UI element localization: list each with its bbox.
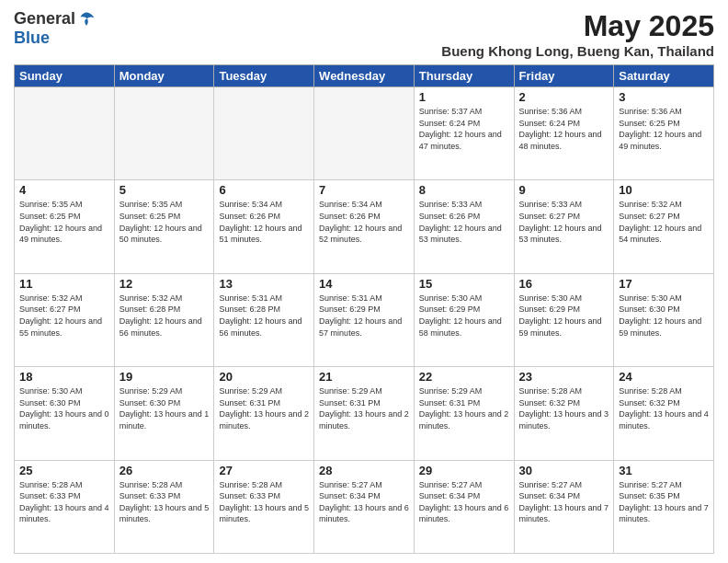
- calendar-cell: 30Sunrise: 5:27 AMSunset: 6:34 PMDayligh…: [514, 460, 614, 553]
- calendar-cell: [15, 87, 115, 180]
- day-number: 24: [619, 370, 709, 384]
- week-row-0: 1Sunrise: 5:37 AMSunset: 6:24 PMDaylight…: [15, 87, 714, 180]
- day-number: 20: [219, 370, 309, 384]
- calendar-cell: 5Sunrise: 5:35 AMSunset: 6:25 PMDaylight…: [114, 180, 214, 273]
- calendar-cell: 28Sunrise: 5:27 AMSunset: 6:34 PMDayligh…: [314, 460, 415, 553]
- calendar-title: May 2025: [441, 9, 714, 43]
- day-number: 25: [19, 464, 109, 477]
- day-number: 27: [219, 464, 309, 477]
- title-block: May 2025 Bueng Khong Long, Bueng Kan, Th…: [441, 9, 714, 59]
- calendar-cell: 1Sunrise: 5:37 AMSunset: 6:24 PMDaylight…: [414, 87, 514, 180]
- day-info: Sunrise: 5:36 AMSunset: 6:25 PMDaylight:…: [619, 106, 709, 152]
- day-number: 22: [419, 370, 509, 384]
- day-number: 30: [519, 464, 609, 477]
- day-number: 6: [219, 183, 309, 197]
- calendar-cell: 16Sunrise: 5:30 AMSunset: 6:29 PMDayligh…: [514, 273, 614, 366]
- calendar-cell: 18Sunrise: 5:30 AMSunset: 6:30 PMDayligh…: [15, 367, 115, 460]
- calendar-cell: 23Sunrise: 5:28 AMSunset: 6:32 PMDayligh…: [514, 367, 614, 460]
- calendar-cell: 6Sunrise: 5:34 AMSunset: 6:26 PMDaylight…: [214, 180, 314, 273]
- day-info: Sunrise: 5:32 AMSunset: 6:27 PMDaylight:…: [19, 293, 109, 339]
- calendar-cell: 31Sunrise: 5:27 AMSunset: 6:35 PMDayligh…: [614, 460, 714, 553]
- calendar-subtitle: Bueng Khong Long, Bueng Kan, Thailand: [441, 43, 714, 59]
- day-info: Sunrise: 5:30 AMSunset: 6:30 PMDaylight:…: [19, 385, 109, 431]
- day-number: 5: [119, 183, 210, 197]
- calendar-cell: 21Sunrise: 5:29 AMSunset: 6:31 PMDayligh…: [314, 367, 415, 460]
- day-number: 26: [119, 464, 210, 477]
- calendar-cell: 13Sunrise: 5:31 AMSunset: 6:28 PMDayligh…: [214, 273, 314, 366]
- day-info: Sunrise: 5:30 AMSunset: 6:29 PMDaylight:…: [419, 293, 509, 339]
- week-row-1: 4Sunrise: 5:35 AMSunset: 6:25 PMDaylight…: [15, 180, 714, 273]
- day-number: 15: [419, 277, 509, 291]
- day-info: Sunrise: 5:37 AMSunset: 6:24 PMDaylight:…: [419, 106, 509, 152]
- day-info: Sunrise: 5:28 AMSunset: 6:32 PMDaylight:…: [519, 385, 609, 431]
- week-row-4: 25Sunrise: 5:28 AMSunset: 6:33 PMDayligh…: [15, 460, 714, 553]
- day-info: Sunrise: 5:27 AMSunset: 6:34 PMDaylight:…: [319, 479, 409, 525]
- calendar-cell: 25Sunrise: 5:28 AMSunset: 6:33 PMDayligh…: [15, 460, 115, 553]
- day-info: Sunrise: 5:35 AMSunset: 6:25 PMDaylight:…: [19, 199, 109, 245]
- calendar-cell: 29Sunrise: 5:27 AMSunset: 6:34 PMDayligh…: [414, 460, 514, 553]
- day-info: Sunrise: 5:36 AMSunset: 6:24 PMDaylight:…: [519, 106, 609, 152]
- calendar-cell: 17Sunrise: 5:30 AMSunset: 6:30 PMDayligh…: [614, 273, 714, 366]
- day-number: 1: [419, 90, 509, 104]
- calendar-cell: 14Sunrise: 5:31 AMSunset: 6:29 PMDayligh…: [314, 273, 415, 366]
- day-info: Sunrise: 5:30 AMSunset: 6:30 PMDaylight:…: [619, 293, 709, 339]
- calendar-cell: 11Sunrise: 5:32 AMSunset: 6:27 PMDayligh…: [15, 273, 115, 366]
- day-info: Sunrise: 5:28 AMSunset: 6:33 PMDaylight:…: [119, 479, 210, 525]
- day-info: Sunrise: 5:29 AMSunset: 6:31 PMDaylight:…: [419, 385, 509, 431]
- day-number: 18: [19, 370, 109, 384]
- th-monday: Monday: [114, 65, 214, 87]
- th-saturday: Saturday: [614, 65, 714, 87]
- week-row-2: 11Sunrise: 5:32 AMSunset: 6:27 PMDayligh…: [15, 273, 714, 366]
- day-number: 21: [319, 370, 409, 384]
- day-info: Sunrise: 5:35 AMSunset: 6:25 PMDaylight:…: [119, 199, 210, 245]
- day-info: Sunrise: 5:32 AMSunset: 6:27 PMDaylight:…: [619, 199, 709, 245]
- th-thursday: Thursday: [414, 65, 514, 87]
- day-info: Sunrise: 5:32 AMSunset: 6:28 PMDaylight:…: [119, 293, 210, 339]
- day-number: 16: [519, 277, 609, 291]
- day-number: 10: [619, 183, 709, 197]
- day-info: Sunrise: 5:28 AMSunset: 6:33 PMDaylight:…: [219, 479, 309, 525]
- day-info: Sunrise: 5:34 AMSunset: 6:26 PMDaylight:…: [319, 199, 409, 245]
- th-friday: Friday: [514, 65, 614, 87]
- calendar-cell: 8Sunrise: 5:33 AMSunset: 6:26 PMDaylight…: [414, 180, 514, 273]
- day-number: 12: [119, 277, 210, 291]
- day-number: 4: [19, 183, 109, 197]
- day-info: Sunrise: 5:27 AMSunset: 6:35 PMDaylight:…: [619, 479, 709, 525]
- calendar-cell: [214, 87, 314, 180]
- day-number: 29: [419, 464, 509, 477]
- day-number: 23: [519, 370, 609, 384]
- day-info: Sunrise: 5:29 AMSunset: 6:30 PMDaylight:…: [119, 385, 210, 431]
- day-info: Sunrise: 5:29 AMSunset: 6:31 PMDaylight:…: [319, 385, 409, 431]
- day-number: 8: [419, 183, 509, 197]
- calendar-cell: 22Sunrise: 5:29 AMSunset: 6:31 PMDayligh…: [414, 367, 514, 460]
- calendar-table: Sunday Monday Tuesday Wednesday Thursday…: [14, 64, 714, 554]
- day-number: 14: [319, 277, 409, 291]
- day-info: Sunrise: 5:31 AMSunset: 6:29 PMDaylight:…: [319, 293, 409, 339]
- week-row-3: 18Sunrise: 5:30 AMSunset: 6:30 PMDayligh…: [15, 367, 714, 460]
- day-number: 17: [619, 277, 709, 291]
- logo-blue-text: Blue: [14, 29, 50, 48]
- calendar-cell: [314, 87, 415, 180]
- calendar-cell: 19Sunrise: 5:29 AMSunset: 6:30 PMDayligh…: [114, 367, 214, 460]
- day-number: 13: [219, 277, 309, 291]
- day-info: Sunrise: 5:28 AMSunset: 6:33 PMDaylight:…: [19, 479, 109, 525]
- day-info: Sunrise: 5:33 AMSunset: 6:26 PMDaylight:…: [419, 199, 509, 245]
- day-info: Sunrise: 5:28 AMSunset: 6:32 PMDaylight:…: [619, 385, 709, 431]
- day-number: 2: [519, 90, 609, 104]
- logo-general-text: General: [14, 9, 75, 29]
- day-info: Sunrise: 5:33 AMSunset: 6:27 PMDaylight:…: [519, 199, 609, 245]
- day-info: Sunrise: 5:27 AMSunset: 6:34 PMDaylight:…: [519, 479, 609, 525]
- day-number: 9: [519, 183, 609, 197]
- day-info: Sunrise: 5:27 AMSunset: 6:34 PMDaylight:…: [419, 479, 509, 525]
- calendar-cell: 24Sunrise: 5:28 AMSunset: 6:32 PMDayligh…: [614, 367, 714, 460]
- calendar-cell: 9Sunrise: 5:33 AMSunset: 6:27 PMDaylight…: [514, 180, 614, 273]
- calendar-cell: 27Sunrise: 5:28 AMSunset: 6:33 PMDayligh…: [214, 460, 314, 553]
- header: General Blue May 2025 Bueng Khong Long, …: [14, 9, 714, 59]
- day-number: 28: [319, 464, 409, 477]
- day-number: 31: [619, 464, 709, 477]
- calendar-cell: 12Sunrise: 5:32 AMSunset: 6:28 PMDayligh…: [114, 273, 214, 366]
- calendar-cell: 4Sunrise: 5:35 AMSunset: 6:25 PMDaylight…: [15, 180, 115, 273]
- th-wednesday: Wednesday: [314, 65, 415, 87]
- calendar-cell: 26Sunrise: 5:28 AMSunset: 6:33 PMDayligh…: [114, 460, 214, 553]
- calendar-cell: 10Sunrise: 5:32 AMSunset: 6:27 PMDayligh…: [614, 180, 714, 273]
